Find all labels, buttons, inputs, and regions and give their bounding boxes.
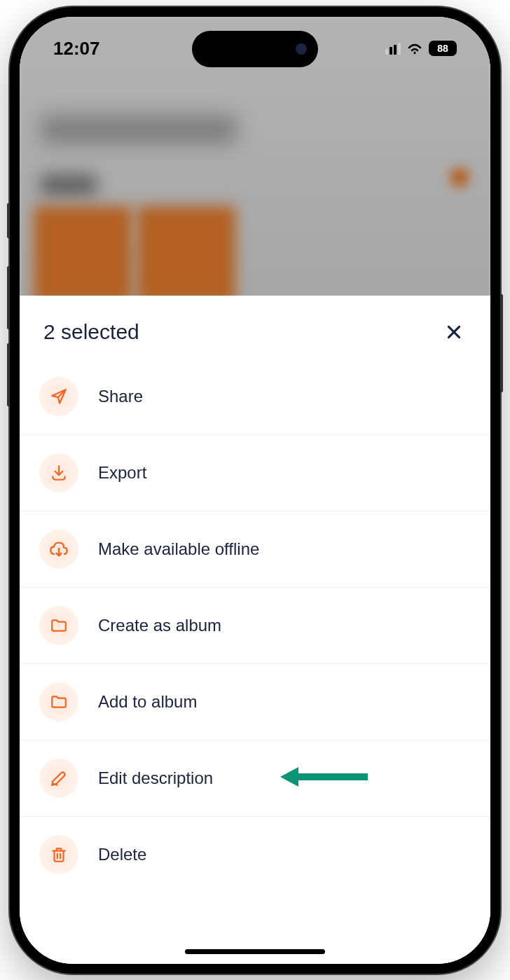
export-label: Export	[98, 463, 146, 483]
wifi-icon	[406, 42, 423, 55]
delete-label: Delete	[98, 845, 146, 864]
add-album-label: Add to album	[98, 692, 197, 712]
share-item[interactable]: Share	[20, 359, 490, 435]
add-album-item[interactable]: Add to album	[20, 664, 490, 740]
phone-frame: 12:07 88 2 selected	[10, 7, 500, 974]
dynamic-island	[192, 31, 318, 67]
status-right: 88	[385, 41, 457, 56]
cloud-download-icon	[39, 530, 78, 569]
silence-switch	[7, 203, 10, 238]
svg-point-0	[414, 52, 416, 54]
svg-marker-2	[280, 767, 298, 787]
close-icon	[445, 323, 463, 341]
folder-icon	[39, 606, 78, 645]
arrow-annotation	[280, 764, 371, 792]
delete-item[interactable]: Delete	[20, 817, 490, 892]
battery-icon: 88	[429, 41, 457, 56]
battery-level: 88	[437, 43, 448, 54]
volume-up	[7, 266, 10, 329]
home-indicator[interactable]	[185, 949, 325, 954]
menu-list: Share Export	[20, 359, 490, 892]
share-label: Share	[98, 387, 143, 406]
close-button[interactable]	[441, 319, 467, 345]
cellular-icon	[385, 42, 401, 55]
share-icon	[39, 377, 78, 416]
edit-description-item[interactable]: Edit description	[20, 740, 490, 817]
action-sheet: 2 selected Share	[20, 296, 490, 964]
phone-screen: 12:07 88 2 selected	[20, 17, 490, 964]
pencil-icon	[39, 759, 78, 798]
export-icon	[39, 453, 78, 492]
power-button	[500, 294, 503, 392]
front-camera	[296, 43, 307, 55]
offline-label: Make available offline	[98, 539, 259, 559]
sheet-header: 2 selected	[20, 296, 490, 359]
create-album-item[interactable]: Create as album	[20, 588, 490, 664]
sheet-title: 2 selected	[43, 320, 139, 344]
export-item[interactable]: Export	[20, 435, 490, 511]
volume-down	[7, 343, 10, 406]
trash-icon	[39, 835, 78, 874]
create-album-label: Create as album	[98, 616, 221, 635]
folder-icon	[39, 682, 78, 722]
offline-item[interactable]: Make available offline	[20, 511, 490, 588]
status-time: 12:07	[53, 38, 100, 60]
edit-description-label: Edit description	[98, 768, 213, 788]
